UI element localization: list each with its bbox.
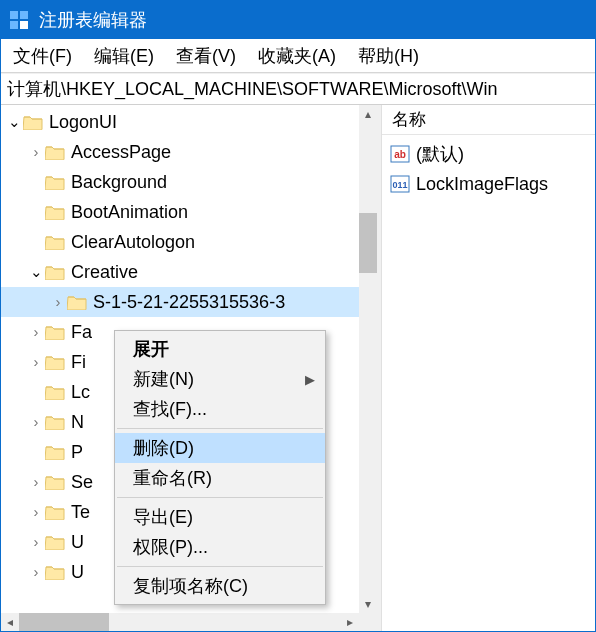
value-name: (默认) xyxy=(416,142,464,166)
tree-item[interactable]: ClearAutologon xyxy=(1,227,377,257)
values-header[interactable]: 名称 xyxy=(382,105,595,135)
values-pane: 名称 ab(默认)011LockImageFlags xyxy=(381,105,595,631)
folder-icon xyxy=(45,504,65,520)
scroll-right-icon[interactable]: ▸ xyxy=(341,613,359,631)
titlebar: 注册表编辑器 xyxy=(1,1,595,39)
binary-value-icon: 011 xyxy=(390,175,410,193)
folder-icon xyxy=(45,384,65,400)
window-title: 注册表编辑器 xyxy=(39,8,147,32)
tree-item-label: ClearAutologon xyxy=(71,227,195,257)
tree-item[interactable]: ›AccessPage xyxy=(1,137,377,167)
chevron-right-icon[interactable]: › xyxy=(27,497,45,527)
tree-item-label: Creative xyxy=(71,257,138,287)
tree-item-label: U xyxy=(71,557,84,587)
svg-text:ab: ab xyxy=(394,149,406,160)
address-bar[interactable]: 计算机\HKEY_LOCAL_MACHINE\SOFTWARE\Microsof… xyxy=(1,73,595,105)
tree-item-label: Se xyxy=(71,467,93,497)
chevron-right-icon[interactable]: › xyxy=(27,347,45,377)
cm-find[interactable]: 查找(F)... xyxy=(115,394,325,424)
menubar: 文件(F) 编辑(E) 查看(V) 收藏夹(A) 帮助(H) xyxy=(1,39,595,73)
column-name: 名称 xyxy=(392,108,426,131)
scroll-thumb[interactable] xyxy=(359,213,377,273)
scroll-up-icon[interactable]: ▴ xyxy=(359,105,377,123)
cm-separator xyxy=(117,428,323,429)
folder-icon xyxy=(45,474,65,490)
tree-item-label: Lc xyxy=(71,377,90,407)
chevron-right-icon[interactable]: › xyxy=(27,317,45,347)
menu-view[interactable]: 查看(V) xyxy=(172,40,240,72)
value-row[interactable]: 011LockImageFlags xyxy=(382,169,595,199)
tree-item-label: P xyxy=(71,437,83,467)
tree-item[interactable]: BootAnimation xyxy=(1,197,377,227)
cm-rename[interactable]: 重命名(R) xyxy=(115,463,325,493)
tree-item[interactable]: ›S-1-5-21-2255315536-3 xyxy=(1,287,377,317)
value-row[interactable]: ab(默认) xyxy=(382,139,595,169)
tree-item-label: U xyxy=(71,527,84,557)
tree-item-label: Te xyxy=(71,497,90,527)
chevron-right-icon[interactable]: › xyxy=(49,287,67,317)
folder-icon xyxy=(45,144,65,160)
tree-item[interactable]: ⌄Creative xyxy=(1,257,377,287)
tree-item-label: LogonUI xyxy=(49,107,117,137)
tree-item-label: S-1-5-21-2255315536-3 xyxy=(93,287,285,317)
menu-help[interactable]: 帮助(H) xyxy=(354,40,423,72)
tree-item[interactable]: Background xyxy=(1,167,377,197)
cm-expand[interactable]: 展开 xyxy=(115,334,325,364)
folder-icon xyxy=(45,324,65,340)
regedit-icon xyxy=(9,10,29,30)
tree-horizontal-scrollbar[interactable]: ◂ ▸ xyxy=(1,613,359,631)
tree-item-label: Fi xyxy=(71,347,86,377)
value-name: LockImageFlags xyxy=(416,174,548,195)
chevron-down-icon[interactable]: ⌄ xyxy=(5,107,23,137)
tree-item[interactable]: ⌄LogonUI xyxy=(1,107,377,137)
folder-icon xyxy=(67,294,87,310)
folder-icon xyxy=(45,444,65,460)
folder-icon xyxy=(45,234,65,250)
tree-vertical-scrollbar[interactable]: ▴ ▾ xyxy=(359,105,377,613)
chevron-down-icon[interactable]: ⌄ xyxy=(27,257,45,287)
scrollbar-corner xyxy=(359,613,377,631)
folder-icon xyxy=(45,354,65,370)
folder-icon xyxy=(45,534,65,550)
folder-icon xyxy=(45,264,65,280)
chevron-right-icon[interactable]: › xyxy=(27,407,45,437)
tree-context-menu: 展开 新建(N) ▶ 查找(F)... 删除(D) 重命名(R) 导出(E) 权… xyxy=(114,330,326,605)
values-list[interactable]: ab(默认)011LockImageFlags xyxy=(382,135,595,631)
cm-new[interactable]: 新建(N) ▶ xyxy=(115,364,325,394)
folder-icon xyxy=(45,564,65,580)
cm-delete[interactable]: 删除(D) xyxy=(115,433,325,463)
tree-item-label: Fa xyxy=(71,317,92,347)
string-value-icon: ab xyxy=(390,145,410,163)
scroll-track[interactable] xyxy=(359,123,377,595)
chevron-right-icon: ▶ xyxy=(305,372,315,387)
scroll-left-icon[interactable]: ◂ xyxy=(1,613,19,631)
cm-separator xyxy=(117,566,323,567)
chevron-right-icon[interactable]: › xyxy=(27,557,45,587)
menu-file[interactable]: 文件(F) xyxy=(9,40,76,72)
chevron-right-icon[interactable]: › xyxy=(27,467,45,497)
scroll-track[interactable] xyxy=(19,613,341,631)
menu-edit[interactable]: 编辑(E) xyxy=(90,40,158,72)
cm-separator xyxy=(117,497,323,498)
folder-icon xyxy=(23,114,43,130)
folder-icon xyxy=(45,414,65,430)
cm-permissions[interactable]: 权限(P)... xyxy=(115,532,325,562)
tree-item-label: BootAnimation xyxy=(71,197,188,227)
tree-item-label: AccessPage xyxy=(71,137,171,167)
folder-icon xyxy=(45,204,65,220)
address-text: 计算机\HKEY_LOCAL_MACHINE\SOFTWARE\Microsof… xyxy=(7,77,497,101)
cm-export[interactable]: 导出(E) xyxy=(115,502,325,532)
chevron-right-icon[interactable]: › xyxy=(27,527,45,557)
svg-text:011: 011 xyxy=(392,180,407,190)
scroll-thumb[interactable] xyxy=(19,613,109,631)
menu-favorites[interactable]: 收藏夹(A) xyxy=(254,40,340,72)
scroll-down-icon[interactable]: ▾ xyxy=(359,595,377,613)
registry-editor-window: 注册表编辑器 文件(F) 编辑(E) 查看(V) 收藏夹(A) 帮助(H) 计算… xyxy=(0,0,596,632)
cm-copy-key-name[interactable]: 复制项名称(C) xyxy=(115,571,325,601)
folder-icon xyxy=(45,174,65,190)
chevron-right-icon[interactable]: › xyxy=(27,137,45,167)
tree-item-label: N xyxy=(71,407,84,437)
tree-item-label: Background xyxy=(71,167,167,197)
